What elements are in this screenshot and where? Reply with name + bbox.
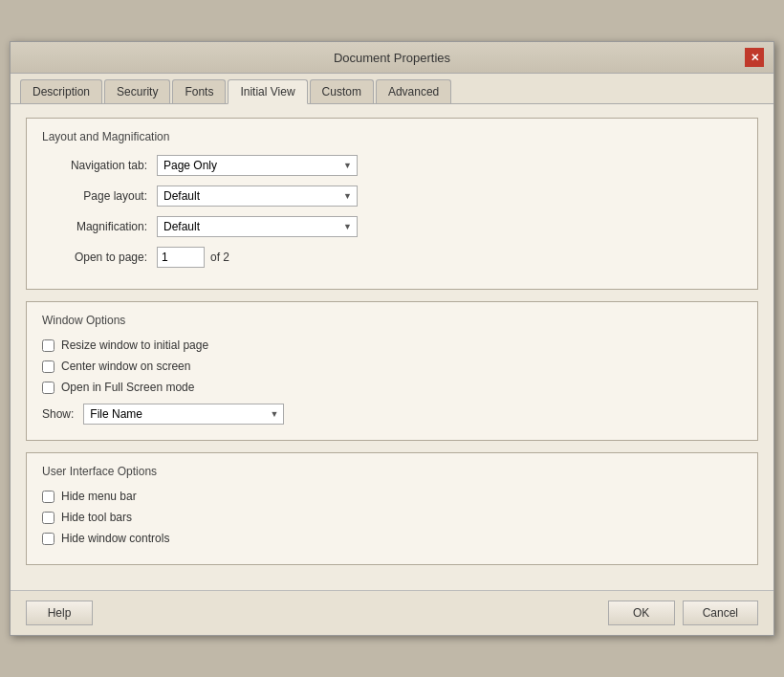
layout-section: Layout and Magnification Navigation tab:… xyxy=(26,118,758,290)
fullscreen-row: Open in Full Screen mode xyxy=(42,381,742,394)
resize-window-row: Resize window to initial page xyxy=(42,338,742,352)
open-to-page-row: Open to page: of 2 xyxy=(42,247,742,268)
window-section: Window Options Resize window to initial … xyxy=(26,301,758,441)
nav-tab-label: Navigation tab: xyxy=(42,159,157,172)
tab-content: Layout and Magnification Navigation tab:… xyxy=(11,104,773,590)
dialog-window: Document Properties ✕ Description Securi… xyxy=(10,41,774,636)
hide-controls-checkbox[interactable] xyxy=(42,533,54,545)
magnification-row: Magnification: Default Fit Page Fit Widt… xyxy=(42,216,742,237)
cancel-button[interactable]: Cancel xyxy=(683,601,758,625)
show-label: Show: xyxy=(42,407,74,421)
footer-left: Help xyxy=(26,601,600,625)
window-section-title: Window Options xyxy=(42,314,742,327)
magnification-select[interactable]: Default Fit Page Fit Width Fit Height 25… xyxy=(157,216,358,237)
page-layout-select-wrapper: Default Single Page Single Page Continuo… xyxy=(157,186,358,207)
tab-description[interactable]: Description xyxy=(20,79,102,103)
dialog-title: Document Properties xyxy=(39,51,745,65)
help-button[interactable]: Help xyxy=(26,601,93,625)
resize-window-checkbox[interactable] xyxy=(42,339,54,352)
tab-security[interactable]: Security xyxy=(104,79,170,103)
open-to-page-label: Open to page: xyxy=(42,251,157,264)
ui-section-title: User Interface Options xyxy=(42,465,742,478)
footer: Help OK Cancel xyxy=(11,590,773,635)
title-bar: Document Properties ✕ xyxy=(11,42,773,74)
tab-initial-view[interactable]: Initial View xyxy=(228,79,307,104)
ui-section: User Interface Options Hide menu bar Hid… xyxy=(26,452,758,565)
show-select-wrapper: File Name Document Title None xyxy=(83,404,284,425)
hide-controls-label: Hide window controls xyxy=(61,532,169,545)
nav-tab-select[interactable]: Page Only Bookmarks Panel and Page Pages… xyxy=(157,155,358,176)
nav-tab-select-wrapper: Page Only Bookmarks Panel and Page Pages… xyxy=(157,155,358,176)
center-window-row: Center window on screen xyxy=(42,360,742,373)
page-layout-select[interactable]: Default Single Page Single Page Continuo… xyxy=(157,186,358,207)
show-row: Show: File Name Document Title None xyxy=(42,404,742,425)
close-button[interactable]: ✕ xyxy=(745,48,764,67)
magnification-label: Magnification: xyxy=(42,220,157,233)
hide-tools-label: Hide tool bars xyxy=(61,511,132,524)
layout-section-title: Layout and Magnification xyxy=(42,130,742,143)
magnification-select-wrapper: Default Fit Page Fit Width Fit Height 25… xyxy=(157,216,358,237)
open-to-page-group: of 2 xyxy=(157,247,229,268)
show-select[interactable]: File Name Document Title None xyxy=(83,404,284,425)
resize-window-label: Resize window to initial page xyxy=(61,338,208,352)
hide-controls-row: Hide window controls xyxy=(42,532,742,545)
fullscreen-label: Open in Full Screen mode xyxy=(61,381,194,394)
nav-tab-row: Navigation tab: Page Only Bookmarks Pane… xyxy=(42,155,742,176)
fullscreen-checkbox[interactable] xyxy=(42,382,54,394)
hide-menu-row: Hide menu bar xyxy=(42,490,742,503)
center-window-label: Center window on screen xyxy=(61,360,190,373)
of-total-pages: of 2 xyxy=(210,251,229,264)
hide-menu-checkbox[interactable] xyxy=(42,491,54,503)
ok-button[interactable]: OK xyxy=(608,601,675,625)
hide-tools-checkbox[interactable] xyxy=(42,512,54,524)
hide-tools-row: Hide tool bars xyxy=(42,511,742,524)
center-window-checkbox[interactable] xyxy=(42,360,54,373)
tab-advanced[interactable]: Advanced xyxy=(376,79,451,103)
tab-fonts[interactable]: Fonts xyxy=(172,79,226,103)
page-layout-label: Page layout: xyxy=(42,189,157,203)
hide-menu-label: Hide menu bar xyxy=(61,490,137,503)
open-to-page-input[interactable] xyxy=(157,247,205,268)
page-layout-row: Page layout: Default Single Page Single … xyxy=(42,186,742,207)
tab-custom[interactable]: Custom xyxy=(310,79,374,103)
tab-bar: Description Security Fonts Initial View … xyxy=(11,74,773,104)
